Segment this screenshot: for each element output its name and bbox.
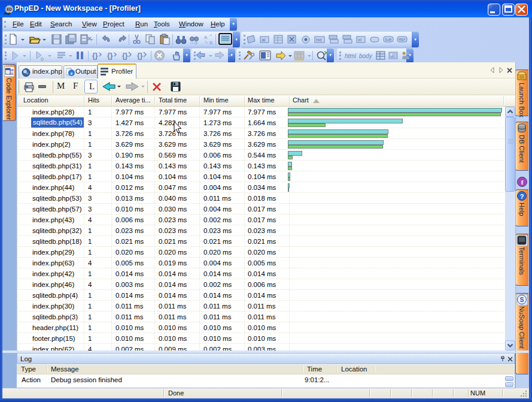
svg-text:{}: {} (107, 52, 113, 60)
svg-text:?: ? (520, 193, 524, 200)
svg-text:D: D (41, 57, 44, 61)
svg-text:aI: aI (262, 37, 266, 43)
svg-text:{}: {} (92, 52, 98, 60)
svg-text:hid: hid (316, 38, 321, 42)
svg-text:A: A (204, 35, 208, 40)
svg-text:B: B (209, 40, 212, 46)
svg-text:SuB: SuB (385, 38, 391, 41)
svg-text:{}: {} (122, 52, 128, 60)
svg-text:f: f (521, 179, 524, 186)
svg-text:e: e (71, 71, 73, 76)
svg-text:01: 01 (10, 72, 14, 75)
svg-text:ED: ED (7, 7, 12, 11)
svg-text:PHP: PHP (4, 12, 11, 16)
svg-text:xI: xI (358, 37, 361, 43)
svg-text:S: S (520, 297, 524, 303)
svg-text:REF: REF (399, 38, 406, 41)
svg-text:{}: {} (137, 52, 143, 60)
